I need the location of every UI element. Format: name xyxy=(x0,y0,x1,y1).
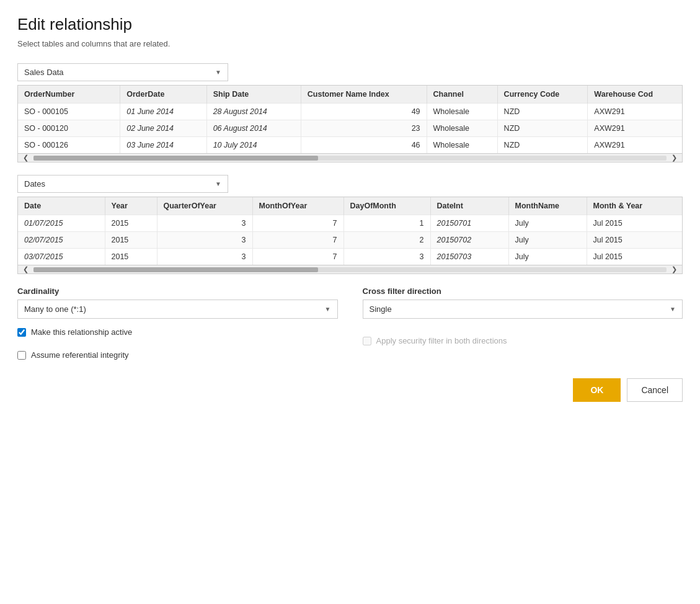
page-subtitle: Select tables and columns that are relat… xyxy=(17,39,683,48)
crossfilter-label: Cross filter direction xyxy=(363,286,683,296)
col-ordernumber: OrderNumber xyxy=(18,86,120,104)
sales-row3-warehouse: AXW291 xyxy=(588,137,682,154)
col-dateint: DateInt xyxy=(430,197,508,215)
dates-scrollbar-track[interactable] xyxy=(33,267,667,272)
scrollbar-track[interactable] xyxy=(33,156,667,161)
table-row: 02/07/2015 2015 3 7 2 20150702 July Jul … xyxy=(18,232,682,249)
table-row: SO - 000120 02 June 2014 06 August 2014 … xyxy=(18,120,682,137)
dates-row2-year: 2015 xyxy=(105,232,157,249)
sales-row1-ordernumber: SO - 000105 xyxy=(18,104,120,120)
crossfilter-value: Single xyxy=(370,304,392,314)
table1-dropdown[interactable]: Sales Data ▼ xyxy=(17,63,228,81)
col-channel: Channel xyxy=(427,86,497,104)
sales-row3-currency: NZD xyxy=(497,137,588,154)
sales-table: OrderNumber OrderDate Ship Date Customer… xyxy=(18,86,682,153)
table-row: 03/07/2015 2015 3 7 3 20150703 July Jul … xyxy=(18,249,682,265)
col-dayofmonth: DayOfMonth xyxy=(343,197,430,215)
table2-dropdown-arrow: ▼ xyxy=(215,180,221,187)
sales-data-section: Sales Data ▼ OrderNumber OrderDate Ship … xyxy=(17,63,683,162)
table-row: SO - 000126 03 June 2014 10 July 2014 46… xyxy=(18,137,682,154)
dates-row3-monthname: July xyxy=(508,249,587,265)
scroll-right-icon[interactable]: ❯ xyxy=(669,154,680,162)
col-monthyear: Month & Year xyxy=(587,197,682,215)
dates-row2-month: 7 xyxy=(252,232,343,249)
sales-row2-warehouse: AXW291 xyxy=(588,120,682,137)
security-checkbox-label: Apply security filter in both directions xyxy=(376,336,507,345)
dates-row2-monthname: July xyxy=(508,232,587,249)
crossfilter-dropdown-arrow: ▼ xyxy=(670,306,676,313)
sales-row3-ordernumber: SO - 000126 xyxy=(18,137,120,154)
dates-table: Date Year QuarterOfYear MonthOfYear DayO… xyxy=(18,197,682,265)
dates-row3-month: 7 xyxy=(252,249,343,265)
active-checkbox[interactable] xyxy=(17,328,26,337)
dates-table-header: Date Year QuarterOfYear MonthOfYear DayO… xyxy=(18,197,682,215)
cardinality-value: Many to one (*:1) xyxy=(24,304,86,314)
sales-row2-customerindex: 23 xyxy=(301,120,427,137)
dates-row1-monthname: July xyxy=(508,215,587,232)
col-quarterofyear: QuarterOfYear xyxy=(157,197,252,215)
bottom-controls: Cardinality Many to one (*:1) ▼ Make thi… xyxy=(17,286,683,360)
integrity-checkbox-label[interactable]: Assume referential integrity xyxy=(31,350,129,360)
dates-row1-month: 7 xyxy=(252,215,343,232)
table2-dropdown-label: Dates xyxy=(24,179,45,189)
table2-dropdown-container: Dates ▼ xyxy=(17,175,683,193)
cardinality-section: Cardinality Many to one (*:1) ▼ Make thi… xyxy=(17,286,338,360)
left-checkboxes: Make this relationship active Assume ref… xyxy=(17,319,338,360)
dates-row3-dateint: 20150703 xyxy=(430,249,508,265)
scroll-left-icon[interactable]: ❮ xyxy=(20,154,31,162)
sales-row1-channel: Wholesale xyxy=(427,104,497,120)
sales-row1-currency: NZD xyxy=(497,104,588,120)
dates-scroll-right-icon[interactable]: ❯ xyxy=(669,265,680,273)
action-buttons: OK Cancel xyxy=(17,378,683,402)
integrity-checkbox-row: Assume referential integrity xyxy=(17,350,338,360)
sales-table-wrapper: OrderNumber OrderDate Ship Date Customer… xyxy=(17,85,683,162)
crossfilter-dropdown[interactable]: Single ▼ xyxy=(363,300,683,319)
sales-row1-shipdate: 28 August 2014 xyxy=(206,104,301,120)
active-checkbox-row: Make this relationship active xyxy=(17,327,338,337)
dates-row3-monthyear: Jul 2015 xyxy=(587,249,682,265)
col-monthofyear: MonthOfYear xyxy=(252,197,343,215)
dates-row3-day: 3 xyxy=(343,249,430,265)
cardinality-dropdown[interactable]: Many to one (*:1) ▼ xyxy=(17,300,338,319)
sales-row2-shipdate: 06 August 2014 xyxy=(206,120,301,137)
sales-row3-channel: Wholesale xyxy=(427,137,497,154)
dates-row1-day: 1 xyxy=(343,215,430,232)
cancel-button[interactable]: Cancel xyxy=(627,378,683,402)
sales-row2-ordernumber: SO - 000120 xyxy=(18,120,120,137)
security-checkbox[interactable] xyxy=(363,337,371,345)
dates-row1-quarter: 3 xyxy=(157,215,252,232)
table1-dropdown-container: Sales Data ▼ xyxy=(17,63,683,81)
col-customernameindex: Customer Name Index xyxy=(301,86,427,104)
dates-row3-quarter: 3 xyxy=(157,249,252,265)
sales-row1-customerindex: 49 xyxy=(301,104,427,120)
table2-dropdown[interactable]: Dates ▼ xyxy=(17,175,228,193)
dates-table-wrapper: Date Year QuarterOfYear MonthOfYear DayO… xyxy=(17,197,683,274)
dates-table-scrollbar[interactable]: ❮ ❯ xyxy=(18,265,682,273)
sales-row2-orderdate: 02 June 2014 xyxy=(120,120,206,137)
right-checkboxes: Apply security filter in both directions xyxy=(363,327,683,345)
sales-row2-channel: Wholesale xyxy=(427,120,497,137)
dates-scroll-left-icon[interactable]: ❮ xyxy=(20,265,31,273)
table1-dropdown-label: Sales Data xyxy=(24,68,64,77)
scrollbar-thumb xyxy=(33,156,318,161)
dates-row1-dateint: 20150701 xyxy=(430,215,508,232)
col-shipdate: Ship Date xyxy=(206,86,301,104)
table-row: 01/07/2015 2015 3 7 1 20150701 July Jul … xyxy=(18,215,682,232)
dates-row1-year: 2015 xyxy=(105,215,157,232)
dates-row2-quarter: 3 xyxy=(157,232,252,249)
dates-scrollbar-thumb xyxy=(33,267,318,272)
integrity-checkbox[interactable] xyxy=(17,351,26,360)
col-currencycode: Currency Code xyxy=(497,86,588,104)
dates-row1-date: 01/07/2015 xyxy=(18,215,105,232)
dates-row3-date: 03/07/2015 xyxy=(18,249,105,265)
col-warehousecod: Warehouse Cod xyxy=(588,86,682,104)
sales-table-scrollbar[interactable]: ❮ ❯ xyxy=(18,153,682,162)
sales-row3-customerindex: 46 xyxy=(301,137,427,154)
ok-button[interactable]: OK xyxy=(573,378,621,402)
dates-row2-date: 02/07/2015 xyxy=(18,232,105,249)
cardinality-dropdown-arrow: ▼ xyxy=(325,306,331,313)
col-orderdate: OrderDate xyxy=(120,86,206,104)
col-date: Date xyxy=(18,197,105,215)
active-checkbox-label[interactable]: Make this relationship active xyxy=(31,327,132,337)
page-title: Edit relationship xyxy=(17,15,683,34)
